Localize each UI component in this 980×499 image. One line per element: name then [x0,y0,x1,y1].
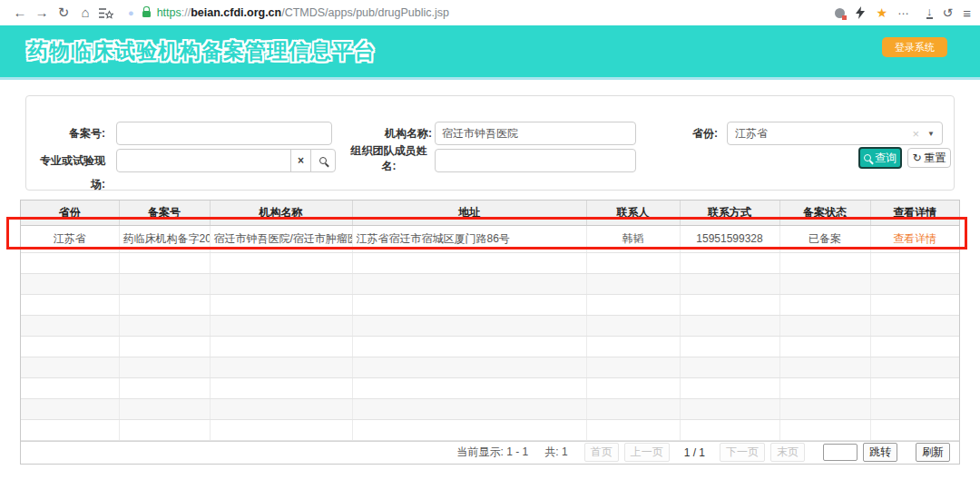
page-indicator: 1 / 1 [684,446,705,459]
province-select[interactable]: 江苏省 × ▼ [727,122,943,145]
col-header-record-no: 备案号 [119,201,210,225]
site-header: 药物临床试验机构备案管理信息平台 登录系统 [0,25,980,80]
cell-phone: 15951599328 [680,225,779,252]
reset-button-label: 重置 [925,151,946,166]
search-panel: 备案号: 机构名称: 省份: 江苏省 × ▼ 专业或试验现场: × 组织团队成员… [25,95,955,191]
site-dot-icon: ● [128,7,134,18]
table-empty-row [21,357,959,377]
specialty-label: 专业或试验现场: [26,149,105,196]
browser-toolbar: ← → ↻ ⌂ ● https://beian.cfdi.org.cn/CTMD… [0,0,980,25]
org-name-input[interactable] [435,122,636,145]
specialty-search-button[interactable] [310,149,336,172]
view-detail-link[interactable]: 查看详情 [893,232,936,245]
restore-icon[interactable]: ↺ [943,5,954,20]
record-no-input[interactable] [116,122,332,145]
col-header-province: 省份 [21,201,119,225]
login-button[interactable]: 登录系统 [882,37,947,57]
download-icon[interactable]: ↓ [926,6,933,19]
cell-record-no: 药临床机构备字20210... [119,225,210,252]
cell-province: 江苏省 [21,225,119,252]
col-header-org-name: 机构名称 [210,201,352,225]
bookmark-star-icon[interactable]: ★ [876,5,887,20]
lightning-icon[interactable] [855,6,866,19]
table-empty-rows [21,252,959,440]
specialty-clear-button[interactable]: × [290,149,311,172]
ssl-lock-icon [142,11,151,17]
url-separator: :// [181,6,191,19]
jump-page-input[interactable] [823,444,858,461]
table-empty-row [21,252,959,273]
refresh-button[interactable]: 刷新 [916,443,950,462]
col-header-phone: 联系方式 [680,201,779,225]
url-scheme: https [157,6,181,19]
query-button[interactable]: 查询 [858,147,902,169]
home-icon[interactable]: ⌂ [74,1,96,24]
jump-button[interactable]: 跳转 [863,443,897,462]
col-header-detail: 查看详情 [870,201,959,225]
table-empty-row [21,419,959,440]
refresh-icon[interactable]: ↻ [53,1,74,24]
refresh-icon: ↻ [912,152,921,164]
prev-page-button[interactable]: 上一页 [624,443,670,462]
menu-icon[interactable]: ≡ [963,5,971,21]
cell-status: 已备案 [779,225,870,252]
cell-org-name: 宿迁市钟吾医院/宿迁市肿瘤医院 [210,225,352,252]
url-domain: beian.cfdi.org.cn [191,6,281,19]
forward-icon[interactable]: → [31,1,53,24]
results-table: 省份 备案号 机构名称 地址 联系人 联系方式 备案状态 查看详情 江苏省 药临… [20,200,960,465]
table-empty-row [21,273,959,294]
first-page-button[interactable]: 首页 [584,443,619,462]
back-icon[interactable]: ← [9,1,31,24]
search-icon [864,154,871,161]
team-member-label: 组织团队成员姓名: [346,143,432,174]
reset-button[interactable]: ↻重置 [907,148,951,168]
table-empty-row [21,294,959,315]
col-header-contact: 联系人 [586,201,680,225]
address-bar[interactable]: ● https://beian.cfdi.org.cn/CTMDS/apps/p… [128,2,835,24]
org-name-label: 机构名称: [330,122,432,145]
search-icon [319,157,327,164]
browser-actions: ★ … ↓ ↺ ≡ [835,5,971,21]
last-page-button[interactable]: 末页 [770,443,805,462]
select-clear-icon[interactable]: × [912,127,919,141]
page-title: 药物临床试验机构备案管理信息平台 [27,25,376,77]
cell-address: 江苏省宿迁市宿城区厦门路86号 [352,225,586,252]
table-empty-row [21,377,959,398]
page: ← → ↻ ⌂ ● https://beian.cfdi.org.cn/CTMD… [0,0,980,499]
table-empty-row [21,398,959,419]
pagination-bar: 当前显示: 1 - 1 共: 1 首页 上一页 1 / 1 下一页 末页 跳转 … [21,441,959,464]
table-row: 江苏省 药临床机构备字20210... 宿迁市钟吾医院/宿迁市肿瘤医院 江苏省宿… [21,225,959,252]
extension-badge-icon[interactable] [835,8,845,18]
query-button-label: 查询 [875,151,897,166]
next-page-button[interactable]: 下一页 [720,443,765,462]
table-empty-row [21,336,959,357]
chevron-down-icon[interactable]: ▼ [927,130,935,138]
province-selected-value: 江苏省 [735,126,768,142]
cell-detail: 查看详情 [870,225,959,252]
current-display-text: 当前显示: 1 - 1 [457,445,529,460]
col-header-address: 地址 [352,201,586,225]
favorites-list-icon[interactable] [98,6,113,20]
table-header-row: 省份 备案号 机构名称 地址 联系人 联系方式 备案状态 查看详情 [21,201,959,225]
team-member-input[interactable] [435,149,636,172]
url-text: https://beian.cfdi.org.cn/CTMDS/apps/pub… [157,6,449,19]
more-icon[interactable]: … [897,4,909,17]
col-header-status: 备案状态 [779,201,870,225]
table-empty-row [21,315,959,336]
url-path: /CTMDS/apps/pub/drugPublic.jsp [281,6,449,19]
specialty-input[interactable] [116,149,291,172]
cell-contact: 韩韬 [586,225,680,252]
province-label: 省份: [625,122,718,145]
record-no-label: 备案号: [26,122,105,145]
total-count-text: 共: 1 [544,445,567,460]
